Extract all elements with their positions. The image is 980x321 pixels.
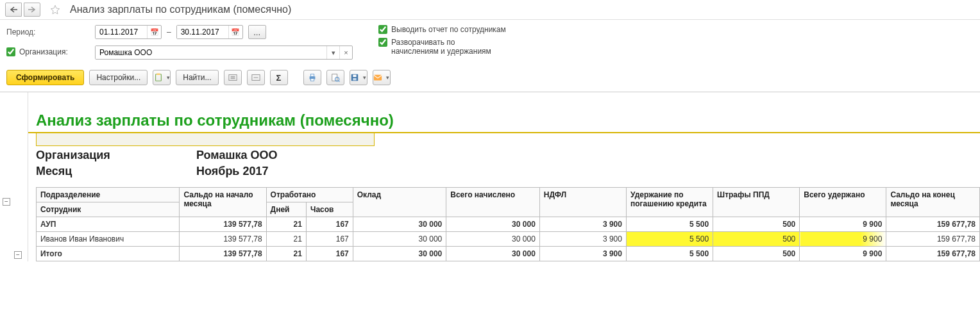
dash-separator: –	[167, 28, 171, 37]
chevron-down-icon: ▾	[386, 74, 389, 81]
table-row[interactable]: Иванов Иван Иванович 139 577,78 21 167 3…	[28, 232, 980, 247]
cell-name: АУП	[36, 217, 180, 232]
meta-org-value: Ромашка ООО	[196, 149, 277, 162]
printer-icon	[308, 73, 317, 82]
date-to-input[interactable]: 📅	[176, 25, 243, 39]
col-saldo-end: Сальдо на конец месяца	[886, 188, 980, 217]
col-loan-ded: Удержание по погашению кредита	[626, 188, 713, 217]
variants-button[interactable]: ▾	[153, 70, 171, 85]
favorite-star-icon[interactable]	[49, 4, 61, 15]
arrow-left-icon	[10, 6, 17, 13]
col-total-ded: Всего удержано	[800, 188, 886, 217]
collapse-groups-button[interactable]	[247, 70, 265, 85]
find-button[interactable]: Найти...	[176, 70, 218, 85]
cell-name: Итого	[36, 247, 180, 261]
calendar-icon[interactable]: 📅	[228, 26, 242, 38]
chevron-down-icon: ▾	[167, 74, 170, 81]
report-pane: − − Анализ зарплаты по сотрудникам (поме…	[0, 92, 980, 261]
org-field[interactable]	[96, 46, 326, 59]
org-select[interactable]: ▾ ×	[95, 45, 353, 60]
nav-back-button[interactable]	[5, 3, 22, 17]
nav-forward-button[interactable]	[24, 3, 40, 17]
sigma-icon: Σ	[276, 73, 282, 83]
diskette-icon	[350, 73, 359, 82]
expand-groups-button[interactable]	[224, 70, 242, 85]
svg-rect-1	[156, 73, 160, 75]
date-from-input[interactable]: 📅	[95, 25, 162, 39]
cell-name: Иванов Иван Иванович	[36, 232, 180, 247]
org-label: Организация:	[19, 47, 68, 56]
page-title: Анализ зарплаты по сотрудникам (помесячн…	[70, 4, 291, 15]
save-button[interactable]: ▾	[350, 70, 368, 85]
meta-month-label: Месяц	[36, 165, 196, 178]
col-total-accrued: Всего начислено	[446, 188, 540, 217]
chevron-down-icon: ▾	[363, 74, 366, 81]
col-worked: Отработано	[266, 188, 353, 202]
report-table: Подразделение Сальдо на начало месяца От…	[28, 187, 980, 261]
expand-icon	[228, 73, 237, 82]
calendar-icon[interactable]: 📅	[147, 26, 161, 38]
report-title: Анализ зарплаты по сотрудникам (помесячн…	[28, 111, 980, 133]
titlebar: Анализ зарплаты по сотрудникам (помесячн…	[0, 0, 980, 20]
dropdown-icon[interactable]: ▾	[326, 46, 339, 59]
org-checkbox[interactable]	[6, 47, 15, 56]
tree-collapse-root[interactable]: −	[3, 198, 10, 206]
toolbar: Сформировать Настройки... ▾ Найти... Σ ▾…	[0, 66, 980, 92]
opt-by-employee[interactable]: Выводить отчет по сотрудникам	[378, 25, 506, 34]
col-fines: Штрафы ППД	[713, 188, 800, 217]
opt-expand[interactable]: Разворачивать по начислениям и удержания…	[378, 38, 506, 56]
report-body: Анализ зарплаты по сотрудникам (помесячн…	[28, 92, 980, 261]
collapse-icon	[251, 73, 260, 82]
print-preview-icon	[331, 73, 340, 82]
table-row[interactable]: Итого 139 577,78 21 167 30 000 30 000 3 …	[28, 247, 980, 261]
print-preview-button[interactable]	[326, 70, 344, 85]
col-dept: Подразделение	[36, 188, 180, 202]
table-row[interactable]: АУП 139 577,78 21 167 30 000 30 000 3 90…	[28, 217, 980, 232]
meta-month-value: Ноябрь 2017	[196, 165, 268, 178]
mail-button[interactable]: ▾	[373, 70, 391, 85]
filter-panel: Период: 📅 – 📅 ... Организация:	[0, 20, 980, 66]
opt-by-employee-checkbox[interactable]	[378, 25, 387, 34]
col-saldo-start: Сальдо на начало месяца	[180, 188, 266, 217]
svg-rect-6	[310, 79, 314, 81]
opt-by-employee-label: Выводить отчет по сотрудникам	[391, 25, 506, 34]
svg-rect-5	[310, 74, 314, 77]
svg-rect-12	[374, 75, 382, 81]
col-salary: Оклад	[353, 188, 446, 217]
tree-collapse-dept[interactable]: −	[14, 251, 22, 259]
opt-expand-checkbox[interactable]	[378, 38, 387, 47]
col-hours: Часов	[306, 202, 353, 217]
period-picker-button[interactable]: ...	[248, 25, 266, 39]
col-employee: Сотрудник	[36, 202, 180, 217]
date-from-field[interactable]	[96, 26, 147, 38]
col-days: Дней	[266, 202, 306, 217]
date-to-field[interactable]	[177, 26, 228, 38]
period-label: Период:	[6, 28, 90, 37]
settings-button[interactable]: Настройки...	[89, 70, 148, 85]
clipboard-icon	[154, 73, 163, 82]
meta-org-label: Организация	[36, 149, 196, 162]
col-ndfl: НДФЛ	[539, 188, 626, 217]
svg-rect-11	[353, 78, 356, 81]
clear-icon[interactable]: ×	[339, 46, 352, 59]
mail-icon	[373, 74, 382, 81]
print-button[interactable]	[303, 70, 321, 85]
generate-button[interactable]: Сформировать	[6, 70, 84, 85]
org-filter-checkbox[interactable]: Организация:	[6, 47, 68, 56]
svg-rect-0	[155, 74, 161, 81]
tree-gutter: − −	[0, 92, 28, 261]
arrow-right-icon	[28, 6, 36, 13]
opt-expand-label: Разворачивать по начислениям и удержания…	[391, 38, 500, 56]
svg-rect-10	[353, 75, 356, 78]
sum-button[interactable]: Σ	[270, 70, 288, 85]
